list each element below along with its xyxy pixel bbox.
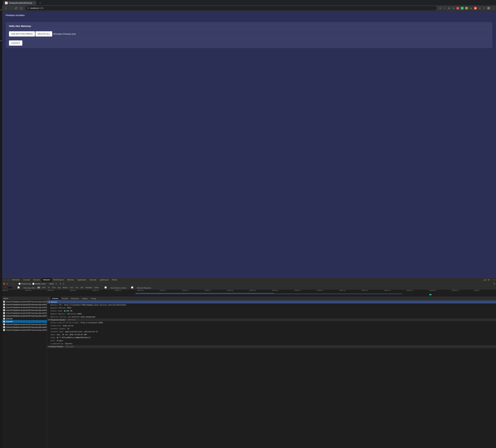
devtools-tabs: ⬚ ▭ ElementsConsoleSourcesNetworkPerform…	[2, 278, 496, 282]
filter-type-manifest[interactable]: Manifest	[85, 286, 93, 289]
preserve-log-checkbox[interactable]: Preserve log	[18, 283, 31, 285]
timeline-tick: 45000 ms	[182, 290, 204, 292]
filter-type-js[interactable]: JS	[47, 286, 51, 289]
extensions-icon[interactable]: ✦	[483, 7, 486, 10]
detail-tab-initiator[interactable]: Initiator	[80, 297, 89, 300]
request-row[interactable]: channel?database=projects%2Fmammay-play-…	[2, 314, 47, 317]
request-list-header[interactable]: Name	[2, 297, 47, 300]
detail-tab-preview[interactable]: Preview	[60, 297, 70, 300]
blocked-requests-checkbox[interactable]: Blocked Requests	[127, 286, 151, 289]
general-section-header[interactable]: ▼ General	[47, 301, 496, 303]
devtools-tab-elements[interactable]: Elements	[10, 278, 21, 282]
devtools-tab-sources[interactable]: Sources	[31, 278, 42, 282]
devtools-menu-icon[interactable]: ⋮	[491, 279, 493, 281]
timeline-tick: 100000 ms	[429, 290, 451, 292]
ext-icon[interactable]	[465, 7, 468, 10]
search-icon[interactable]: ⌕	[14, 283, 15, 285]
filter-type-doc[interactable]: Doc	[75, 286, 79, 289]
filter-input[interactable]	[3, 286, 13, 289]
request-row[interactable]: channel?database=projects%2Fmammay-play-…	[2, 312, 47, 314]
forward-button[interactable]	[9, 6, 13, 10]
filter-type-xhr[interactable]: XHR	[41, 286, 46, 289]
request-row[interactable]: deleteAll	[2, 320, 47, 323]
request-row[interactable]: channel?database=projects%2Fmammay-play-…	[2, 323, 47, 326]
filter-type-font[interactable]: Font	[69, 286, 74, 289]
ext-icon[interactable]: ◼	[474, 7, 477, 10]
timeline-tick: 110000 r	[474, 290, 496, 292]
request-row[interactable]: channel?database=projects%2Fmammay-play-…	[2, 306, 47, 309]
device-toggle-icon[interactable]: ▭	[6, 279, 10, 281]
devtools-tab-redux[interactable]: Redux	[110, 278, 119, 282]
bookmark-icon[interactable]: ☆	[443, 7, 446, 10]
reload-button[interactable]	[14, 6, 18, 10]
record-button[interactable]	[3, 283, 5, 285]
detail-body[interactable]: ▼ General Request URL: http://localhost:…	[47, 301, 496, 448]
request-row[interactable]: deleteAll	[2, 317, 47, 320]
logout-button[interactable]: LOGOUT	[9, 40, 22, 46]
file-icon	[3, 321, 5, 322]
devtools-close-icon[interactable]: ×	[494, 279, 495, 281]
browser-tab[interactable]: A FirebaseEmulatorWorkshop ×	[3, 1, 36, 5]
request-detail: × HeadersPreviewResponseInitiatorTiming …	[47, 297, 496, 448]
detail-tab-timing[interactable]: Timing	[89, 297, 98, 300]
request-row[interactable]: channel?database=projects%2Fmammay-play-…	[2, 300, 47, 303]
disable-cache-checkbox[interactable]: Disable cache	[32, 283, 46, 285]
export-icon[interactable]: ⬇	[63, 283, 64, 285]
filter-type-css[interactable]: CSS	[51, 286, 57, 289]
devtools-tab-network[interactable]: Network	[42, 278, 52, 282]
timeline-tick: 25000 ms	[92, 290, 115, 292]
address-bar[interactable]: ⓘ localhost:4200	[25, 6, 437, 10]
import-icon[interactable]: ⬆	[60, 283, 61, 285]
filter-type-ws[interactable]: WS	[80, 286, 84, 289]
warning-badge[interactable]: ▲8	[483, 279, 487, 281]
devtools-tab-memory[interactable]: Memory	[66, 278, 76, 282]
devtools-settings-icon[interactable]: ⚙	[488, 279, 490, 281]
detail-tab-headers[interactable]: Headers	[50, 297, 60, 300]
ext-icon[interactable]: ◎	[478, 7, 481, 10]
menu-icon[interactable]: ⋮	[492, 7, 495, 10]
inspect-icon[interactable]: ⬚	[2, 279, 6, 281]
network-settings-icon[interactable]: ⚙	[494, 283, 495, 285]
request-row[interactable]: channel?database=projects%2Fmammay-play-…	[2, 329, 47, 331]
response-headers-section-header[interactable]: ▼ Response Headersview source	[47, 318, 496, 321]
site-info-icon[interactable]: ⓘ	[27, 7, 29, 10]
filter-type-other[interactable]: Other	[93, 286, 100, 289]
ext-icon[interactable]: S	[461, 7, 464, 10]
close-detail-icon[interactable]: ×	[47, 298, 50, 299]
filter-type-img[interactable]: Img	[57, 286, 62, 289]
profile-avatar[interactable]	[487, 7, 490, 10]
filter-type-media[interactable]: Media	[62, 286, 68, 289]
ext-icon[interactable]: ◆	[470, 7, 472, 10]
network-timeline[interactable]: 5000 ms10000 ms15000 ms20000 ms25000 ms3…	[2, 290, 496, 297]
devtools-tab-performance[interactable]: Performance	[52, 278, 66, 282]
delete-all-button[interactable]: DELETE ALL	[35, 31, 52, 36]
devtools-tab-console[interactable]: Console	[21, 278, 31, 282]
view-source-link[interactable]: view source	[68, 319, 76, 321]
devtools-tab-lighthouse[interactable]: Lighthouse	[98, 278, 110, 282]
detail-tab-response[interactable]: Response	[70, 297, 80, 300]
filter-toggle-icon[interactable]: ▽	[11, 283, 13, 285]
throttle-select[interactable]: Online	[49, 283, 54, 285]
header-row: x-powered-by: Express	[47, 342, 496, 345]
blocked-cookies-checkbox[interactable]: Has blocked cookies	[101, 286, 126, 289]
devtools-tab-security[interactable]: Security	[88, 278, 98, 282]
add-button-press-button[interactable]: ADD BUTTON PRESS	[9, 31, 35, 36]
button-row: ADD BUTTON PRESS DELETE ALL All button P…	[6, 30, 492, 38]
ext-icon[interactable]: uo	[456, 7, 459, 10]
request-row[interactable]: channel?database=projects%2Fmammay-play-…	[2, 303, 47, 306]
clear-button[interactable]: ⊘	[7, 283, 8, 285]
ext-icon[interactable]: ◑	[452, 7, 455, 10]
hide-data-urls-checkbox[interactable]: Hide data URLs	[14, 286, 36, 289]
back-button[interactable]	[4, 6, 8, 10]
new-tab-button[interactable]: +	[38, 1, 42, 5]
request-row[interactable]: channel?database=projects%2Fmammay-play-…	[2, 326, 47, 329]
close-tab-icon[interactable]: ×	[33, 2, 35, 4]
devtools-tab-application[interactable]: Application	[76, 278, 88, 282]
zoom-icon[interactable]: ⊕	[439, 7, 442, 10]
view-source-link[interactable]: view source	[66, 346, 74, 347]
home-button[interactable]	[19, 6, 23, 10]
ext-icon[interactable]: ▥	[448, 7, 450, 10]
request-row[interactable]: channel?database=projects%2Fmammay-play-…	[2, 309, 47, 312]
filter-type-all[interactable]: All	[37, 286, 41, 289]
request-headers-section-header[interactable]: ▸ Request Headersview source	[47, 345, 496, 348]
